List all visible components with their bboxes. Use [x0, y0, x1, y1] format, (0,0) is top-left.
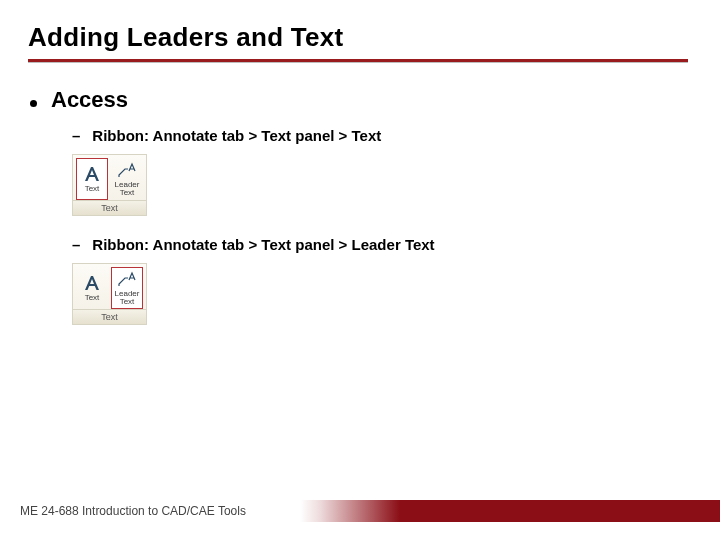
leader-text-icon	[117, 161, 137, 179]
slide-title: Adding Leaders and Text	[28, 22, 720, 53]
footer-band	[300, 500, 720, 522]
text-icon	[82, 274, 102, 292]
leader-text-button-1[interactable]: Leader Text	[111, 267, 143, 309]
text-button-0[interactable]: Text	[76, 158, 108, 200]
leader-text-icon	[117, 270, 137, 288]
footer-text: ME 24-688 Introduction to CAD/CAE Tools	[0, 504, 246, 518]
text-button-1[interactable]: Text	[76, 267, 108, 309]
dash-icon: –	[72, 127, 80, 144]
bullet-dot	[30, 100, 37, 107]
leader-text-button-label-0: Leader Text	[115, 181, 140, 197]
ribbon-path-1: Ribbon: Annotate tab > Text panel > Lead…	[92, 236, 434, 253]
panel-caption-1: Text	[73, 309, 146, 324]
text-panel-0: Text Leader Text Text	[72, 154, 147, 216]
dash-icon: –	[72, 236, 80, 253]
footer: ME 24-688 Introduction to CAD/CAE Tools	[0, 500, 720, 522]
text-icon	[82, 165, 102, 183]
text-panel-1: Text Leader Text Text	[72, 263, 147, 325]
leader-text-button-0[interactable]: Leader Text	[111, 158, 143, 200]
section-heading: Access	[51, 87, 128, 113]
ribbon-path-0: Ribbon: Annotate tab > Text panel > Text	[92, 127, 381, 144]
text-button-label-0: Text	[85, 185, 100, 193]
leader-text-button-label-1: Leader Text	[115, 290, 140, 306]
panel-caption-0: Text	[73, 200, 146, 215]
text-button-label-1: Text	[85, 294, 100, 302]
